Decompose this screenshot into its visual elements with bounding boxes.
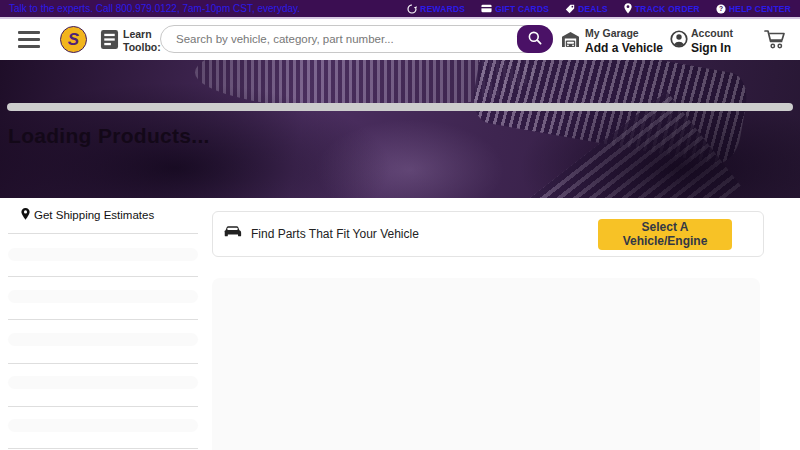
sidebar-divider [8,276,198,277]
logo-letter: S [68,31,79,48]
select-vehicle-button[interactable]: Select A Vehicle/Engine [598,219,732,250]
pin-icon [624,3,632,14]
products-loading-skeleton [212,278,760,450]
search-icon [527,30,543,49]
learn-toolbox-link[interactable]: Learn Toolbo: [123,28,161,54]
gift-card-icon [481,4,492,13]
page: Talk to the experts. Call 800.979.0122, … [0,0,800,450]
rewards-link[interactable]: REWARDS [407,4,465,14]
garage-icon[interactable] [561,31,580,52]
deals-link[interactable]: DEALS [565,4,608,14]
sidebar-divider [8,233,198,234]
sidebar-divider [8,406,198,407]
cart-icon[interactable] [764,29,786,53]
sidebar-skeleton-row [8,376,198,389]
sidebar-divider [8,448,198,449]
sidebar-skeleton-row [8,290,198,303]
main-header: S Learn Toolbo: My Garage Add a Vehicle [0,19,800,60]
utility-links: REWARDS GIFT CARDS DEALS TRACK ORDER ? H… [407,3,791,14]
fit-prompt-text: Find Parts That Fit Your Vehicle [251,227,419,241]
loading-products-text: Loading Products... [8,124,210,148]
engine-highlight-graphic [280,100,540,198]
location-pin-icon [21,208,30,222]
gift-cards-link[interactable]: GIFT CARDS [481,4,549,14]
svg-text:?: ? [719,5,723,12]
filters-sidebar: Get Shipping Estimates [8,198,198,450]
track-order-link[interactable]: TRACK ORDER [624,3,700,14]
search-bar [160,25,553,53]
toolbox-list-icon[interactable] [100,29,119,54]
engine-blower-graphic [469,60,751,167]
menu-hamburger-icon[interactable] [18,31,40,48]
vehicle-fit-card: Find Parts That Fit Your Vehicle Select … [212,211,764,257]
main-column: Find Parts That Fit Your Vehicle Select … [212,198,764,450]
sidebar-skeleton-row [8,248,198,261]
search-input[interactable] [176,28,506,50]
car-icon [223,225,242,243]
sidebar-skeleton-row [8,333,198,346]
shipping-estimates-link[interactable]: Get Shipping Estimates [21,208,154,222]
account-icon[interactable] [670,30,688,52]
phone-support-message: Talk to the experts. Call 800.979.0122, … [9,3,300,14]
account-sign-in-link[interactable]: Account Sign In [691,27,733,56]
help-icon: ? [716,4,726,14]
top-utility-bar: Talk to the experts. Call 800.979.0122, … [0,0,800,17]
help-center-link[interactable]: ? HELP CENTER [716,4,791,14]
rewards-icon [407,4,417,14]
speedway-logo[interactable]: S [60,26,87,53]
my-garage-link[interactable]: My Garage Add a Vehicle [585,27,663,56]
sidebar-skeleton-row [8,419,198,432]
sidebar-divider [8,363,198,364]
tag-icon [565,4,575,14]
content-area: Get Shipping Estimates Find Parts That F… [0,198,800,450]
sidebar-divider [8,319,198,320]
hero-banner: Loading Products... [0,60,800,198]
search-button[interactable] [517,25,553,53]
loading-progress-bar [7,103,793,111]
